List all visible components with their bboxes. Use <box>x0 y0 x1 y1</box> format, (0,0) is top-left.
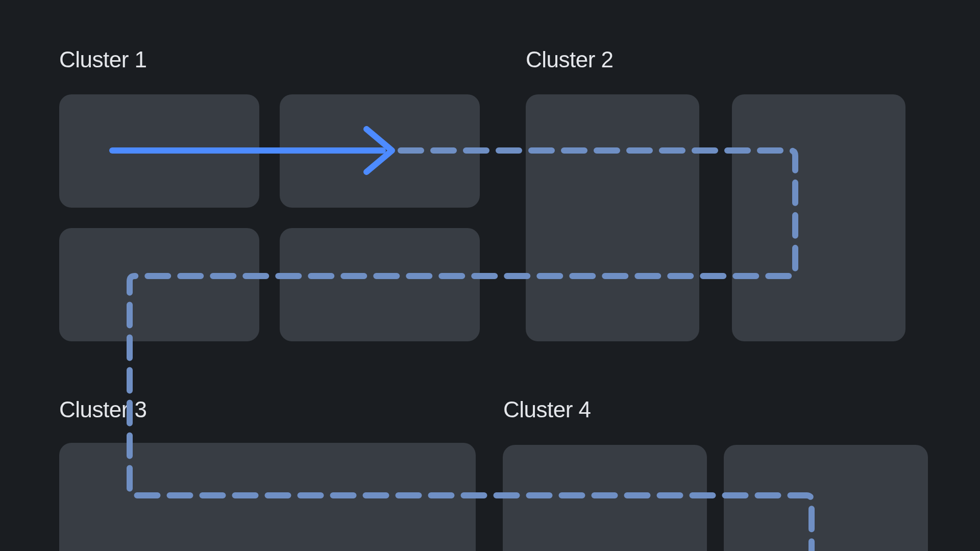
cluster-2-label: Cluster 2 <box>526 47 614 72</box>
cluster-4-label: Cluster 4 <box>503 397 591 422</box>
cluster-2-node-2 <box>732 94 905 341</box>
cluster-4-node-2 <box>724 445 928 551</box>
cluster-1-node-4 <box>280 228 480 341</box>
cluster-1-node-1 <box>59 94 259 208</box>
cluster-3-node-1 <box>59 443 476 551</box>
cluster-1-label: Cluster 1 <box>59 47 147 72</box>
cluster-3-label: Cluster 3 <box>59 397 147 422</box>
cluster-1-node-3 <box>59 228 259 341</box>
cluster-4-node-1 <box>503 445 707 551</box>
cluster-1-node-2 <box>280 94 480 208</box>
cluster-2-node-1 <box>526 94 699 341</box>
